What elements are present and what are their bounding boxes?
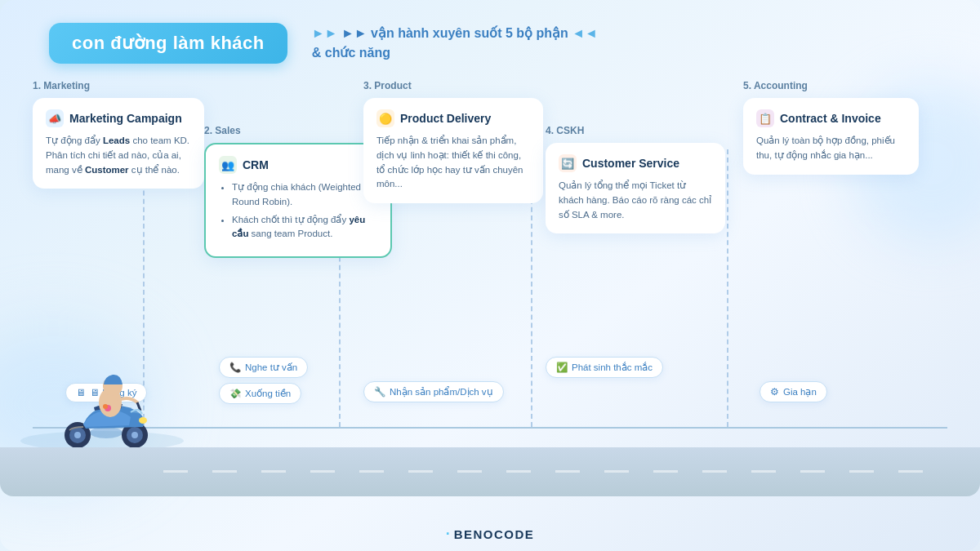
card-product: 🟡 Product Delivery Tiếp nhận & triển kha… xyxy=(363,98,543,203)
action-nghe-tu-van[interactable]: 📞 Nghe tư vấn xyxy=(219,357,308,378)
main-container: con đường làm khách ►► ►► vận hành xuyên… xyxy=(0,0,980,551)
cskh-icon: 🔄 xyxy=(559,154,577,172)
card-cskh: 🔄 Customer Service Quản lý tổng thể mọi … xyxy=(546,143,725,233)
main-title: con đường làm khách xyxy=(49,23,287,64)
arrows-left: ►► xyxy=(312,26,341,40)
arrows-right: ◄◄ xyxy=(572,26,598,40)
card-accounting-text: Quản lý toàn bộ hợp đồng, phiếu thu, tự … xyxy=(756,134,906,163)
svg-point-1 xyxy=(90,427,122,438)
card-marketing: 📣 Marketing Campaign Tự động đẩy Leads c… xyxy=(33,98,204,189)
svg-point-12 xyxy=(103,404,108,409)
sales-icon: 👥 xyxy=(219,156,237,174)
footer: · BENOCODE xyxy=(446,526,535,543)
card-cskh-text: Quản lý tổng thể mọi Ticket từ khách hàn… xyxy=(559,179,712,222)
main-content: 1. Marketing 📣 Marketing Campaign Tự độn… xyxy=(0,80,980,496)
svg-point-13 xyxy=(139,417,147,424)
col-product-label: 3. Product xyxy=(363,80,543,91)
footer-dot: · xyxy=(446,526,451,543)
road-dashes xyxy=(163,470,947,473)
col-marketing: 1. Marketing 📣 Marketing Campaign Tự độn… xyxy=(33,80,204,189)
road-surface xyxy=(0,447,980,496)
product-icon: 🟡 xyxy=(376,109,394,127)
card-product-title: 🟡 Product Delivery xyxy=(376,109,530,127)
col-divider-4 xyxy=(727,149,728,427)
action-phat-sinh[interactable]: ✅ Phát sinh thắc mắc xyxy=(546,357,663,378)
marketing-icon: 📣 xyxy=(46,109,64,127)
card-accounting: 📋 Contract & Invoice Quản lý toàn bộ hợp… xyxy=(743,98,919,175)
svg-point-7 xyxy=(131,432,138,438)
card-marketing-text: Tự động đẩy Leads cho team KD. Phân tích… xyxy=(46,134,191,177)
svg-point-4 xyxy=(74,432,81,438)
subtitle: ►► ►► vận hành xuyên suốt 5 bộ phận ◄◄ &… xyxy=(312,24,598,63)
card-sales-text: Tự động chia khách (Weighted Round Robin… xyxy=(219,180,377,242)
card-accounting-title: 📋 Contract & Invoice xyxy=(756,109,906,127)
scooter-illustration xyxy=(16,347,188,453)
footer-brand: BENOCODE xyxy=(454,527,535,541)
action-nhan-sp[interactable]: 🔧 Nhận sản phẩm/Dịch vụ xyxy=(363,381,504,402)
col-cskh-label: 4. CSKH xyxy=(546,125,725,136)
col-product: 3. Product 🟡 Product Delivery Tiếp nhận … xyxy=(363,80,543,203)
col-accounting: 5. Accounting 📋 Contract & Invoice Quản … xyxy=(743,80,919,175)
col-marketing-label: 1. Marketing xyxy=(33,80,204,91)
card-product-text: Tiếp nhận & triển khai sản phẩm, dịch vụ… xyxy=(376,134,530,192)
action-xuong-tien[interactable]: 💸 Xuống tiền xyxy=(219,383,301,404)
card-sales-title: 👥 CRM xyxy=(219,156,377,174)
accounting-icon: 📋 xyxy=(756,109,774,127)
card-marketing-title: 📣 Marketing Campaign xyxy=(46,109,191,127)
col-accounting-label: 5. Accounting xyxy=(743,80,919,91)
header: con đường làm khách ►► ►► vận hành xuyên… xyxy=(0,0,980,80)
action-gia-han[interactable]: ⚙ Gia hạn xyxy=(760,381,827,402)
card-cskh-title: 🔄 Customer Service xyxy=(559,154,712,172)
col-cskh: 4. CSKH 🔄 Customer Service Quản lý tổng … xyxy=(546,125,725,233)
